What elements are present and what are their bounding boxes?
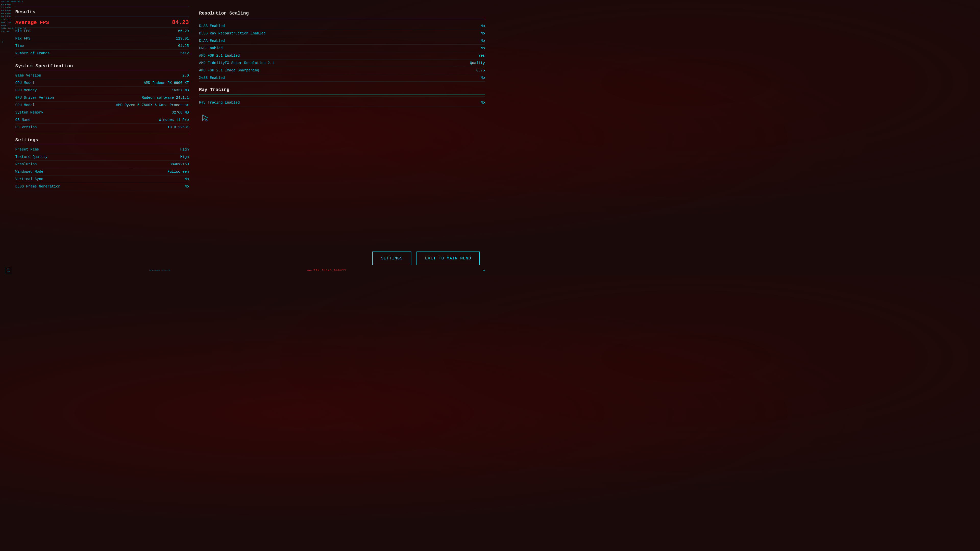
system-value-6: Windows 11 Pro: [159, 118, 189, 122]
average-fps-row: Average FPS 84.23: [15, 18, 189, 27]
system-value-5: 32768 MB: [172, 110, 189, 114]
settings-label-1: Texture Quality: [15, 155, 48, 159]
bottom-bar: V85 BENCHMARK RESULTS —▶— TRK_TLCAS_B0B0…: [0, 265, 490, 275]
version-badge: V85: [5, 267, 12, 274]
system-label-2: GPU Memory: [15, 88, 37, 92]
rs-value-0: No: [480, 24, 485, 28]
settings-row-2: Resolution 3840x2160: [15, 161, 189, 168]
track-id: TRK_TLCAS_B0B055: [313, 269, 346, 272]
system-row-3: GPU Driver Version Radeon software 24.1.…: [15, 94, 189, 102]
track-id-container: —▶— TRK_TLCAS_B0B055: [307, 269, 346, 272]
settings-value-3: Fullscreen: [167, 170, 189, 174]
rs-row-1: DLSS Ray Reconstruction Enabled No: [199, 30, 485, 37]
rs-row-6: AMD FSR 2.1 Image Sharpening 0.75: [199, 67, 485, 74]
settings-row-4: Vertical Sync No: [15, 176, 189, 183]
rs-label-5: AMD FidelityFX Super Resolution 2.1: [199, 61, 274, 65]
debug-line: 66 5500: [1, 13, 26, 16]
main-container: Results Average FPS 84.23 Min FPS 66.29 …: [15, 5, 485, 270]
debug-line: 11127 2: [1, 18, 26, 21]
settings-row-0: Preset Name High: [15, 146, 189, 153]
debug-line: 58 5500: [1, 3, 26, 6]
rs-label-7: XeSS Enabled: [199, 76, 225, 80]
frames-value: 5412: [180, 51, 189, 56]
rs-row-5: AMD FidelityFX Super Resolution 2.1 Qual…: [199, 59, 485, 67]
exit-to-main-menu-button[interactable]: Exit to Main Menu: [417, 251, 480, 265]
system-label-6: OS Name: [15, 118, 30, 122]
rs-value-2: No: [480, 39, 485, 43]
settings-row-3: Windowed Mode Fullscreen: [15, 168, 189, 176]
system-value-3: Radeon software 24.1.1: [142, 96, 189, 100]
settings-value-5: No: [185, 184, 189, 189]
rs-row-2: DLAA Enabled No: [199, 37, 485, 44]
system-value-7: 10.0.22631: [167, 125, 189, 129]
min-fps-value: 66.29: [178, 29, 189, 33]
system-row-6: OS Name Windows 11 Pro: [15, 116, 189, 124]
settings-label-2: Resolution: [15, 162, 37, 166]
rs-value-1: No: [480, 32, 485, 35]
cursor-icon: [202, 114, 209, 122]
time-label: Time: [15, 44, 24, 48]
rs-row-0: DLSS Enabled No: [199, 22, 485, 30]
system-row-1: GPU Model AMD Radeon RX 6900 XT: [15, 79, 189, 87]
debug-coords: 1014 74.0 0.000 34: [1, 27, 26, 30]
system-row-2: GPU Memory 16337 MB: [15, 87, 189, 94]
rs-value-3: No: [480, 46, 485, 50]
rt-label-0: Ray Tracing Enabled: [199, 100, 240, 105]
rs-label-3: DRS Enabled: [199, 46, 223, 50]
settings-row-1: Texture Quality High: [15, 153, 189, 161]
version-label: V85: [7, 268, 10, 273]
divider-4: [199, 96, 485, 97]
divider-1: [15, 59, 189, 59]
system-row-7: OS Version 10.0.22631: [15, 124, 189, 131]
debug-line: 72 5500: [1, 6, 26, 10]
frames-row: Number of Frames 5412: [15, 50, 189, 57]
rs-row-3: DRS Enabled No: [199, 44, 485, 52]
average-fps-value: 84.23: [172, 19, 189, 26]
rs-value-4: Yes: [479, 54, 485, 58]
rs-label-0: DLSS Enabled: [199, 24, 225, 28]
frames-label: Number of Frames: [15, 51, 49, 56]
rs-value-7: No: [480, 76, 485, 80]
bottom-dot: [484, 270, 485, 271]
system-label-4: CPU Model: [15, 103, 35, 107]
system-value-1: AMD Radeon RX 6900 XT: [144, 81, 189, 85]
cursor-area: [199, 114, 485, 123]
system-row-5: System Memory 32768 MB: [15, 109, 189, 116]
settings-button[interactable]: Settings: [372, 251, 411, 265]
min-fps-row: Min FPS 66.29: [15, 27, 189, 35]
system-label-5: System Memory: [15, 110, 43, 114]
time-row: Time 64.25: [15, 42, 189, 50]
divider-2: [15, 133, 189, 133]
max-fps-row: Max FPS 119.01: [15, 35, 189, 42]
settings-label-0: Preset Name: [15, 148, 39, 151]
system-value-0: 2.0: [183, 73, 189, 78]
bottom-text: BENCHMARK RESULTS: [149, 269, 170, 272]
settings-header: Settings: [15, 135, 189, 145]
settings-value-4: No: [185, 177, 189, 181]
debug-extra: 245 39: [1, 30, 26, 33]
settings-label-5: DLSS Frame Generation: [15, 184, 60, 189]
rs-row-7: XeSS Enabled No: [199, 74, 485, 82]
rs-label-6: AMD FSR 2.1 Image Sharpening: [199, 68, 259, 73]
button-row: Settings Exit to Main Menu: [372, 251, 480, 265]
rs-value-6: 0.75: [476, 68, 485, 73]
settings-value-2: 3840x2160: [169, 162, 189, 166]
rt-row-0: Ray Tracing Enabled No: [199, 99, 485, 106]
system-row-4: CPU Model AMD Ryzen 5 7600X 6-Core Proce…: [15, 102, 189, 109]
side-metrics: 123: [0, 38, 5, 44]
settings-value-1: High: [180, 155, 189, 159]
resolution-scaling-header: Resolution Scaling: [199, 8, 485, 18]
max-fps-value: 119.01: [176, 37, 189, 41]
debug-line: 65 5500: [1, 10, 26, 13]
debug-line: 9012 39: [1, 21, 26, 24]
right-panel: Resolution Scaling DLSS Enabled No DLSS …: [199, 5, 485, 270]
rs-row-4: AMD FSR 2.1 Enabled Yes: [199, 52, 485, 59]
system-label-1: GPU Model: [15, 81, 35, 85]
debug-line: 8625: [1, 24, 26, 27]
rs-value-5: Quality: [470, 61, 485, 65]
system-row-0: Game Version 2.0: [15, 72, 189, 79]
system-header: System Specification: [15, 60, 189, 71]
left-panel: Results Average FPS 84.23 Min FPS 66.29 …: [15, 5, 189, 270]
debug-line: CPU 65 5500 60.1: [1, 0, 26, 3]
system-value-2: 16337 MB: [172, 88, 189, 92]
